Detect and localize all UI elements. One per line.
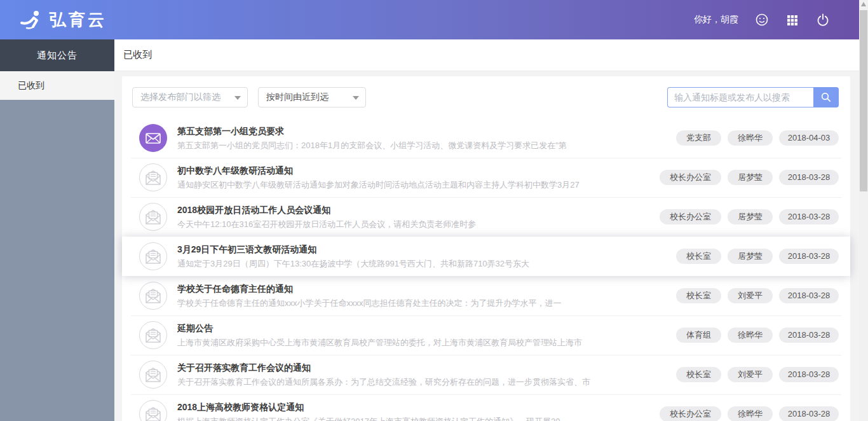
department-tag: 校长办公室	[660, 209, 721, 224]
notification-title: 3月29日下午初三语文教研活动通知	[177, 243, 665, 256]
notification-tags: 校长办公室 居梦莹 2018-03-28	[660, 170, 839, 185]
notification-summary: 第五支部第一小组的党员同志们：2018年1月的支部会议、小组学习活动、微党课资料…	[177, 139, 665, 151]
notification-row[interactable]: 3月29日下午初三语文教研活动通知 通知定于3月29日（周四）下午13:30在扬…	[122, 237, 850, 276]
smiley-icon[interactable]	[755, 13, 769, 27]
author-tag: 居梦莹	[728, 209, 773, 224]
app-grid-icon[interactable]	[785, 13, 799, 27]
envelope-open-icon	[144, 365, 163, 384]
envelope-open-icon	[144, 326, 163, 345]
chevron-down-icon	[353, 96, 359, 100]
notification-tags: 校长办公室 徐晔华 2018-03-28	[660, 406, 839, 421]
notification-tags: 校长室 居梦莹 2018-03-28	[676, 249, 839, 264]
sidebar-item-received[interactable]: 已收到	[0, 71, 114, 100]
department-tag: 党支部	[676, 130, 721, 146]
notification-texts: 第五支部第一小组党员要求 第五支部第一小组的党员同志们：2018年1月的支部会议…	[177, 125, 665, 151]
notification-title: 2018校园开放日活动工作人员会议通知	[177, 204, 648, 216]
envelope-open-icon	[144, 286, 163, 305]
notification-title: 关于召开落实教育工作会议的通知	[177, 361, 665, 374]
notification-texts: 学校关于任命德育主任的通知 学校关于任命德育主任的通知xxx小学关于任命xxxx…	[177, 282, 665, 309]
notification-card: 选择发布部门以筛选 按时间由近到远	[122, 76, 850, 421]
department-tag: 校长室	[676, 367, 721, 382]
notification-texts: 3月29日下午初三语文教研活动通知 通知定于3月29日（周四）下午13:30在扬…	[177, 243, 665, 270]
notification-texts: 初中数学八年级教研活动通知 通知静安区初中数学八年级教研活动通知参加对象活动时间…	[177, 164, 648, 191]
author-tag: 刘爱平	[728, 367, 773, 382]
notification-row[interactable]: 学校关于任命德育主任的通知 学校关于任命德育主任的通知xxx小学关于任命xxxx…	[122, 276, 850, 315]
notification-texts: 关于召开落实教育工作会议的通知 关于召开落实教育工作会议的通知所属各系办：为了总…	[177, 361, 665, 388]
notification-summary: 今天中午12:10在316室召开校园开放日活动工作人员会议，请相关负责老师准时参	[177, 218, 648, 230]
notification-row[interactable]: 第五支部第一小组党员要求 第五支部第一小组的党员同志们：2018年1月的支部会议…	[122, 118, 850, 158]
notification-summary: 上海市黄浦区政府采购中心受上海市黄浦区教育局校产管理站的委托，对上海市黄浦区教育…	[177, 336, 665, 349]
notification-summary: 通知静安区初中数学八年级教研活动通知参加对象活动时间活动地点活动主题和内容主持人…	[177, 179, 648, 191]
notification-title: 初中数学八年级教研活动通知	[177, 164, 648, 177]
notification-texts: 延期公告 上海市黄浦区政府采购中心受上海市黄浦区教育局校产管理站的委托，对上海市…	[177, 322, 665, 349]
notification-tags: 体育组 徐晔华 2018-03-28	[676, 328, 839, 343]
notification-title: 第五支部第一小组党员要求	[177, 125, 665, 137]
notification-title: 延期公告	[177, 322, 665, 335]
breadcrumb-bar: 已收到	[114, 39, 859, 71]
notification-row[interactable]: 延期公告 上海市黄浦区政府采购中心受上海市黄浦区教育局校产管理站的委托，对上海市…	[122, 315, 850, 355]
notification-summary: 关于召开落实教育工作会议的通知所属各系办：为了总结交流经验，研究分析存在的问题，…	[177, 376, 665, 388]
notification-tags: 校长办公室 居梦莹 2018-03-28	[660, 209, 839, 224]
date-tag: 2018-03-28	[779, 328, 839, 343]
author-tag: 居梦莹	[728, 170, 773, 185]
date-tag: 2018-03-28	[779, 288, 839, 303]
app-logo[interactable]: 弘育云	[19, 9, 107, 31]
sort-order-select[interactable]: 按时间由近到远	[258, 87, 366, 107]
date-tag: 2018-03-28	[779, 170, 839, 185]
envelope-open-icon	[144, 247, 163, 266]
date-tag: 2018-03-28	[779, 367, 839, 382]
notification-tags: 校长室 刘爱平 2018-03-28	[676, 288, 839, 303]
department-filter-select[interactable]: 选择发布部门以筛选	[132, 87, 248, 107]
chevron-down-icon	[234, 96, 241, 100]
notification-summary: 通知定于3月29日（周四）下午13:30在扬波中学（大统路991号西大门、共和新…	[177, 258, 665, 270]
scrollbar[interactable]	[859, 0, 868, 421]
department-filter-placeholder: 选择发布部门以筛选	[140, 92, 220, 103]
runner-icon	[19, 9, 44, 31]
department-tag: 校长办公室	[660, 170, 721, 185]
filter-bar: 选择发布部门以筛选 按时间由近到远	[122, 76, 850, 108]
envelope-closed-icon	[144, 128, 163, 148]
envelope-open-icon	[144, 207, 163, 226]
date-tag: 2018-03-28	[779, 249, 839, 264]
notification-row[interactable]: 关于召开落实教育工作会议的通知 关于召开落实教育工作会议的通知所属各系办：为了总…	[122, 355, 850, 394]
notification-row[interactable]: 2018校园开放日活动工作人员会议通知 今天中午12:10在316室召开校园开放…	[122, 197, 850, 237]
notification-summary: 学校关于任命德育主任的通知xxx小学关于任命xxxx同志担任德育处主任的决定：为…	[177, 297, 665, 309]
search-icon	[821, 92, 831, 102]
envelope-open-icon	[144, 404, 163, 421]
department-tag: 体育组	[676, 328, 721, 343]
notification-row[interactable]: 2018上海高校教师资格认定通知 根据上海市教师资格认定工作办公室《关于做好20…	[122, 394, 850, 421]
author-tag: 居梦莹	[728, 249, 773, 264]
author-tag: 徐晔华	[728, 130, 773, 146]
top-header: 弘育云 你好，胡霞	[0, 0, 868, 39]
main-content: 选择发布部门以筛选 按时间由近到远	[114, 71, 859, 421]
author-tag: 徐晔华	[728, 328, 773, 343]
user-greeting: 你好，胡霞	[694, 14, 738, 25]
sidebar: 通知公告 已收到	[0, 39, 114, 421]
scroll-up-arrow[interactable]	[861, 2, 866, 6]
notification-tags: 校长室 刘爱平 2018-03-28	[676, 367, 839, 382]
department-tag: 校长室	[676, 288, 721, 303]
logo-text: 弘育云	[50, 9, 107, 31]
breadcrumb: 已收到	[123, 49, 152, 61]
department-tag: 校长办公室	[660, 406, 721, 421]
notification-row[interactable]: 初中数学八年级教研活动通知 通知静安区初中数学八年级教研活动通知参加对象活动时间…	[122, 158, 850, 197]
notification-summary: 根据上海市教师资格认定工作办公室《关于做好2017年上海市高校教师资格认定工作的…	[177, 415, 648, 421]
notification-texts: 2018校园开放日活动工作人员会议通知 今天中午12:10在316室召开校园开放…	[177, 204, 648, 230]
sidebar-title: 通知公告	[0, 39, 114, 71]
author-tag: 刘爱平	[728, 288, 773, 303]
scrollbar-thumb[interactable]	[860, 10, 867, 191]
date-tag: 2018-04-03	[779, 130, 839, 146]
notification-texts: 2018上海高校教师资格认定通知 根据上海市教师资格认定工作办公室《关于做好20…	[177, 401, 648, 421]
notification-title: 学校关于任命德育主任的通知	[177, 282, 665, 295]
search-input[interactable]	[667, 87, 813, 107]
author-tag: 徐晔华	[728, 406, 773, 421]
power-icon[interactable]	[816, 13, 830, 27]
department-tag: 校长室	[676, 249, 721, 264]
notification-title: 2018上海高校教师资格认定通知	[177, 401, 648, 413]
notification-list: 第五支部第一小组党员要求 第五支部第一小组的党员同志们：2018年1月的支部会议…	[122, 118, 850, 421]
sort-order-value: 按时间由近到远	[266, 92, 329, 103]
search-button[interactable]	[813, 87, 839, 107]
date-tag: 2018-03-28	[779, 209, 839, 224]
search-group	[667, 87, 839, 107]
notification-tags: 党支部 徐晔华 2018-04-03	[676, 130, 839, 146]
